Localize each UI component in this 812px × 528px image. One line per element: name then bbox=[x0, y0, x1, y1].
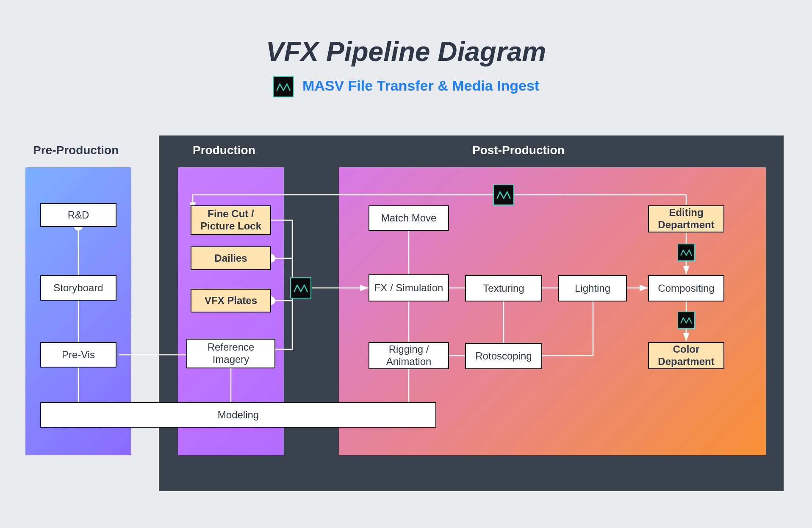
masv-logo-icon bbox=[493, 184, 514, 205]
node-rigging: Rigging / Animation bbox=[369, 342, 449, 369]
node-refimg: Reference Imagery bbox=[186, 339, 275, 368]
node-rotoscoping: Rotoscoping bbox=[465, 343, 542, 369]
masv-logo-icon bbox=[290, 277, 311, 299]
section-label-pre: Pre-Production bbox=[33, 144, 119, 157]
node-lighting: Lighting bbox=[558, 275, 627, 301]
masv-logo-icon bbox=[677, 243, 695, 261]
page-title: VFX Pipeline Diagram bbox=[0, 36, 812, 67]
subtitle-text: MASV File Transfer & Media Ingest bbox=[302, 77, 539, 94]
diagram-canvas: VFX Pipeline Diagram MASV File Transfer … bbox=[0, 0, 812, 528]
node-vfxplates: VFX Plates bbox=[191, 289, 271, 312]
node-editing: Editing Department bbox=[648, 205, 724, 232]
node-finecut: Fine Cut / Picture Lock bbox=[191, 205, 271, 235]
section-label-prod: Production bbox=[193, 144, 255, 157]
node-dailies: Dailies bbox=[191, 246, 271, 270]
node-modeling: Modeling bbox=[40, 402, 436, 428]
node-previs: Pre-Vis bbox=[40, 342, 116, 368]
node-rd: R&D bbox=[40, 203, 116, 227]
masv-logo-icon bbox=[273, 76, 294, 97]
node-compositing: Compositing bbox=[648, 275, 724, 301]
node-fxsim: FX / Simulation bbox=[369, 274, 449, 301]
section-label-post: Post-Production bbox=[472, 144, 565, 157]
node-color: Color Department bbox=[648, 342, 724, 369]
node-storyboard: Storyboard bbox=[40, 275, 116, 301]
masv-logo-icon bbox=[677, 311, 695, 329]
node-matchmove: Match Move bbox=[369, 205, 449, 231]
node-texturing: Texturing bbox=[465, 275, 542, 301]
subtitle-row: MASV File Transfer & Media Ingest bbox=[0, 76, 812, 97]
